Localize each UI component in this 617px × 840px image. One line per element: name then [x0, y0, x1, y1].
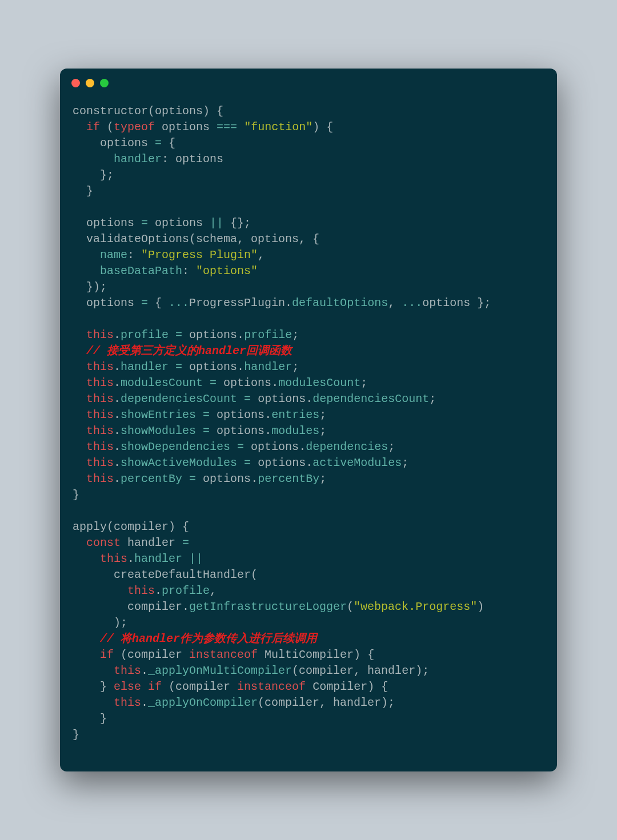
code-line: baseDataPath: "options"	[73, 263, 544, 279]
code-token: instanceof	[189, 648, 258, 661]
window-titlebar	[60, 69, 557, 98]
code-line: );	[73, 615, 544, 631]
code-token	[73, 648, 100, 661]
code-line: this.handler = options.handler;	[73, 359, 544, 375]
code-token: {	[148, 296, 169, 310]
code-line: } else if (compiler instanceof Compiler)…	[73, 679, 544, 695]
code-token: this	[114, 664, 141, 677]
code-line: options = options || {};	[73, 215, 544, 231]
code-line: }	[73, 487, 544, 503]
code-token	[73, 264, 100, 278]
code-token: .	[114, 440, 121, 453]
code-token	[73, 440, 86, 453]
code-token: modulesCount	[121, 376, 203, 389]
code-token: ,	[258, 248, 265, 262]
code-token: .	[141, 696, 148, 709]
code-token	[73, 152, 114, 166]
code-token: typeof	[114, 120, 155, 134]
code-block: constructor(options) { if (typeof option…	[73, 103, 544, 743]
code-token: options	[148, 216, 210, 230]
code-token: =	[237, 440, 244, 453]
code-token: (	[347, 600, 354, 613]
code-token: percentBy	[258, 472, 319, 485]
code-token: validateOptions(schema, options, {	[73, 232, 319, 246]
code-token: =	[175, 328, 182, 341]
code-token: }	[73, 488, 79, 501]
code-token: ===	[217, 120, 237, 134]
code-token: modulesCount	[278, 376, 360, 389]
code-token: handler	[114, 152, 162, 166]
code-token	[73, 248, 100, 262]
code-line: }	[73, 727, 544, 743]
code-token: this	[86, 440, 114, 453]
code-token: ...	[402, 296, 422, 310]
code-token: options.	[182, 328, 244, 341]
code-line: // 将handler作为参数传入进行后续调用	[73, 631, 544, 647]
code-token: this	[86, 360, 114, 373]
code-token: getInfrastructureLogger	[189, 600, 347, 613]
code-token	[73, 536, 86, 549]
code-token: createDefaultHandler(	[73, 568, 258, 581]
code-token: handler	[134, 552, 182, 565]
code-token: if	[86, 120, 100, 134]
code-token: ;	[360, 376, 367, 389]
code-token: this	[86, 472, 114, 485]
code-token: (compiler, handler);	[292, 664, 429, 677]
code-token: ,	[210, 584, 217, 597]
code-token: .	[114, 472, 121, 485]
code-line: this.percentBy = options.percentBy;	[73, 471, 544, 487]
code-token: "function"	[244, 120, 312, 134]
code-token: {};	[223, 216, 251, 230]
code-token: ;	[319, 424, 326, 437]
code-content: constructor(options) { if (typeof option…	[60, 98, 557, 771]
code-token	[196, 424, 203, 437]
code-token: }	[73, 184, 93, 198]
code-token	[237, 456, 244, 469]
code-token: else	[114, 680, 141, 693]
code-token: .	[114, 360, 121, 373]
code-token: options.	[210, 408, 271, 421]
code-token: =	[182, 536, 189, 549]
code-token: .	[114, 456, 121, 469]
code-token: this	[86, 328, 114, 341]
code-token: options.	[196, 472, 258, 485]
code-token: }	[73, 712, 107, 725]
code-token: =	[155, 136, 162, 150]
code-token: this	[127, 584, 155, 597]
code-token: .	[114, 392, 121, 405]
code-line: options = {	[73, 135, 544, 151]
code-line: }	[73, 183, 544, 199]
code-token	[73, 664, 114, 677]
code-line: options = { ...ProgressPlugin.defaultOpt…	[73, 295, 544, 311]
code-token: options.	[182, 360, 244, 373]
minimize-icon[interactable]	[86, 79, 94, 87]
code-line: const handler =	[73, 535, 544, 551]
code-token: ;	[292, 360, 299, 373]
maximize-icon[interactable]	[100, 79, 109, 87]
code-token: .	[141, 664, 148, 677]
code-token	[73, 328, 86, 341]
code-token: if	[100, 648, 114, 661]
code-token	[73, 472, 86, 485]
code-token	[237, 392, 244, 405]
code-token: .	[114, 424, 121, 437]
code-token: baseDataPath	[100, 264, 182, 278]
code-token: (compiler	[114, 648, 189, 661]
code-token: modules	[271, 424, 319, 437]
code-token	[169, 328, 175, 341]
code-token: (options) {	[148, 105, 223, 118]
code-token: =	[210, 376, 217, 389]
code-token	[73, 376, 86, 389]
code-token: .	[114, 408, 121, 421]
code-token: .	[114, 376, 121, 389]
code-token: this	[86, 424, 114, 437]
code-token	[73, 344, 86, 357]
code-token: "Progress Plugin"	[141, 248, 258, 262]
code-line: if (compiler instanceof MultiCompiler) {	[73, 647, 544, 663]
code-token	[182, 552, 189, 565]
code-token	[73, 584, 127, 597]
code-token: ;	[402, 456, 408, 469]
code-token: :	[182, 264, 196, 278]
code-token: options.	[244, 440, 306, 453]
close-icon[interactable]	[71, 79, 80, 87]
